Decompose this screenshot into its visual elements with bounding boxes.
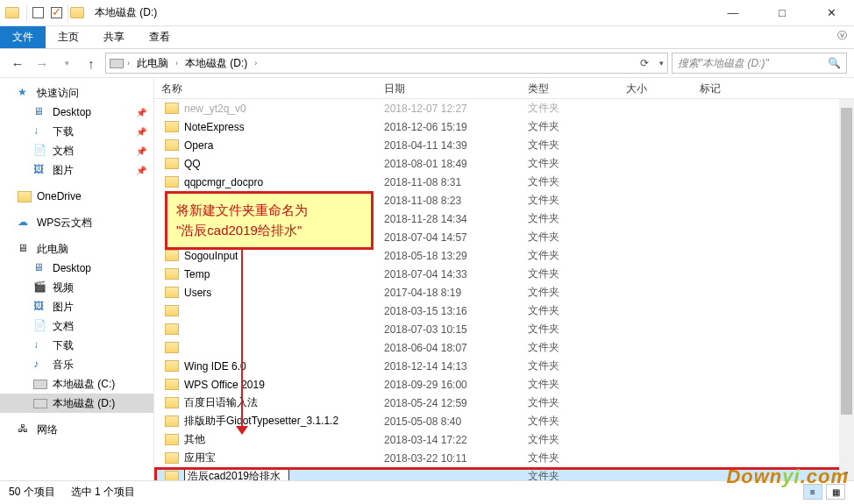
file-type: 文件夹 xyxy=(528,138,626,153)
sidebar-onedrive[interactable]: OneDrive xyxy=(0,187,153,206)
sidebar-drive-d[interactable]: 本地磁盘 (D:) xyxy=(0,394,153,413)
ribbon-expand-icon[interactable]: ⓥ xyxy=(837,29,847,42)
drive-icon xyxy=(33,380,47,389)
file-type: 文件夹 xyxy=(528,211,626,226)
column-type[interactable]: 类型 xyxy=(521,78,619,98)
sidebar-item-label: 文档 xyxy=(53,144,74,159)
sidebar-quick-item[interactable]: 🖼图片📌 xyxy=(0,160,153,180)
column-name[interactable]: 名称 xyxy=(154,78,377,98)
tab-home[interactable]: 主页 xyxy=(46,26,91,48)
pic-icon: 🖼 xyxy=(33,300,47,314)
file-row[interactable]: new_yt2q_v02018-12-07 12:27文件夹 xyxy=(154,99,854,117)
breadcrumb-current[interactable]: 本地磁盘 (D:) xyxy=(181,54,251,73)
file-name: Temp xyxy=(184,268,384,280)
sidebar-wps[interactable]: ☁ WPS云文档 xyxy=(0,213,153,232)
file-name: Wing IDE 6.0 xyxy=(184,360,384,373)
sidebar-quick-access[interactable]: ★ 快速访问 xyxy=(0,83,153,103)
close-button[interactable]: ✕ xyxy=(814,6,849,19)
sidebar-item-label: 下载 xyxy=(53,124,74,139)
status-selection: 选中 1 个项目 xyxy=(71,485,135,500)
file-row[interactable]: WPS Office 20192018-09-29 16:00文件夹 xyxy=(154,375,854,394)
sidebar-item-label: 音乐 xyxy=(53,358,74,373)
sidebar-item-label: Desktop xyxy=(53,262,91,274)
address-box[interactable]: › 此电脑 › 本地磁盘 (D:) › ⟳ ▾ xyxy=(105,53,668,74)
sidebar-pc-item[interactable]: 📄文档 xyxy=(0,316,153,336)
annotation-arrow xyxy=(241,238,243,429)
file-date: 2018-03-14 17:22 xyxy=(384,434,528,446)
sidebar-pc-item[interactable]: 🖼图片 xyxy=(0,297,153,316)
refresh-button[interactable]: ⟳ xyxy=(635,57,654,69)
chevron-right-icon: › xyxy=(254,59,257,67)
checkbox-checked-icon[interactable] xyxy=(51,7,62,18)
nav-back-button[interactable]: ← xyxy=(7,53,28,74)
watermark: Downyi.com xyxy=(726,465,849,488)
checkbox-icon[interactable] xyxy=(32,7,44,18)
sidebar-drive-c[interactable]: 本地磁盘 (C:) xyxy=(0,374,153,394)
file-date: 2018-11-08 8:23 xyxy=(384,195,528,207)
minimize-button[interactable]: — xyxy=(715,6,751,19)
maximize-button[interactable]: □ xyxy=(765,6,800,19)
column-date[interactable]: 日期 xyxy=(377,78,521,98)
scrollbar-thumb[interactable] xyxy=(841,108,852,415)
file-type: 文件夹 xyxy=(528,414,626,429)
title-bar: 本地磁盘 (D:) — □ ✕ xyxy=(0,0,854,26)
file-name: WPS Office 2019 xyxy=(184,379,384,391)
tab-view[interactable]: 查看 xyxy=(137,26,182,48)
rename-input[interactable] xyxy=(184,469,289,481)
scrollbar[interactable]: ▾ xyxy=(839,99,854,480)
file-date: 2018-07-04 14:33 xyxy=(384,268,528,280)
sidebar-thispc[interactable]: 🖥 此电脑 xyxy=(0,239,153,259)
file-row[interactable]: QQ2018-08-01 18:49文件夹 xyxy=(154,154,854,173)
sidebar-network[interactable]: 🖧 网络 xyxy=(0,420,153,439)
chevron-down-icon[interactable]: ▾ xyxy=(659,59,664,67)
file-rename-input[interactable] xyxy=(184,469,384,481)
file-date: 2018-08-01 18:49 xyxy=(384,158,528,170)
sidebar: ★ 快速访问 🖥Desktop📌↓下载📌📄文档📌🖼图片📌 OneDrive ☁ … xyxy=(0,78,154,480)
file-name: Opera xyxy=(184,139,384,152)
search-input[interactable]: 搜索"本地磁盘 (D:)" 🔍 xyxy=(672,53,847,74)
nav-dropdown-button[interactable]: ▾ xyxy=(56,53,77,74)
nav-forward-button[interactable]: → xyxy=(32,53,53,74)
file-type: 文件夹 xyxy=(528,193,626,208)
sidebar-quick-item[interactable]: 📄文档📌 xyxy=(0,141,153,160)
sidebar-quick-item[interactable]: ↓下载📌 xyxy=(0,122,153,141)
tab-share[interactable]: 共享 xyxy=(91,26,137,48)
breadcrumb-root[interactable]: 此电脑 xyxy=(133,54,172,73)
file-row[interactable]: qqpcmgr_docpro2018-11-08 8:31文件夹 xyxy=(154,173,854,191)
file-row[interactable]: 排版助手GidotTypesetter_3.1.1.22015-05-08 8:… xyxy=(154,412,854,430)
file-row[interactable]: 2018-07-03 10:15文件夹 xyxy=(154,320,854,338)
file-row[interactable]: NoteExpress2018-12-06 15:19文件夹 xyxy=(154,117,854,136)
download-icon: ↓ xyxy=(33,124,47,138)
nav-up-button[interactable]: ↑ xyxy=(81,53,102,74)
file-row[interactable]: 2018-03-15 13:16文件夹 xyxy=(154,302,854,320)
column-tag[interactable]: 标记 xyxy=(693,78,765,98)
sidebar-item-label: 文档 xyxy=(53,319,74,334)
star-icon: ★ xyxy=(18,86,32,100)
file-row[interactable]: Wing IDE 6.02018-12-14 14:13文件夹 xyxy=(154,357,854,375)
sidebar-pc-item[interactable]: 🎬视频 xyxy=(0,278,153,297)
file-date: 2018-07-04 14:57 xyxy=(384,231,528,244)
file-row[interactable]: Opera2018-04-11 14:39文件夹 xyxy=(154,136,854,154)
file-type: 文件夹 xyxy=(528,156,626,171)
tab-file[interactable]: 文件 xyxy=(0,26,46,48)
column-size[interactable]: 大小 xyxy=(619,78,693,98)
sidebar-quick-item[interactable]: 🖥Desktop📌 xyxy=(0,103,153,122)
sidebar-pc-item[interactable]: ♪音乐 xyxy=(0,355,153,374)
sidebar-pc-item[interactable]: 🖥Desktop xyxy=(0,259,153,278)
file-date: 2018-06-04 18:07 xyxy=(384,342,528,354)
file-row[interactable]: Users2017-04-18 8:19文件夹 xyxy=(154,283,854,302)
file-row[interactable]: 百度日语输入法2018-05-24 12:59文件夹 xyxy=(154,394,854,412)
file-row[interactable]: 2018-06-04 18:07文件夹 xyxy=(154,338,854,357)
file-date: 2018-09-29 16:00 xyxy=(384,379,528,391)
desktop-icon: 🖥 xyxy=(33,261,47,275)
file-row[interactable]: Temp2018-07-04 14:33文件夹 xyxy=(154,265,854,283)
file-row[interactable]: 其他2018-03-14 17:22文件夹 xyxy=(154,430,854,449)
music-icon: ♪ xyxy=(33,358,47,372)
file-row[interactable]: 应用宝2018-03-22 10:11文件夹 xyxy=(154,449,854,467)
sidebar-label: OneDrive xyxy=(37,190,82,202)
file-date: 2018-03-15 13:16 xyxy=(384,305,528,317)
folder-icon xyxy=(165,471,179,480)
sidebar-pc-item[interactable]: ↓下载 xyxy=(0,336,153,355)
search-icon[interactable]: 🔍 xyxy=(828,57,841,69)
folder-icon xyxy=(165,287,179,298)
